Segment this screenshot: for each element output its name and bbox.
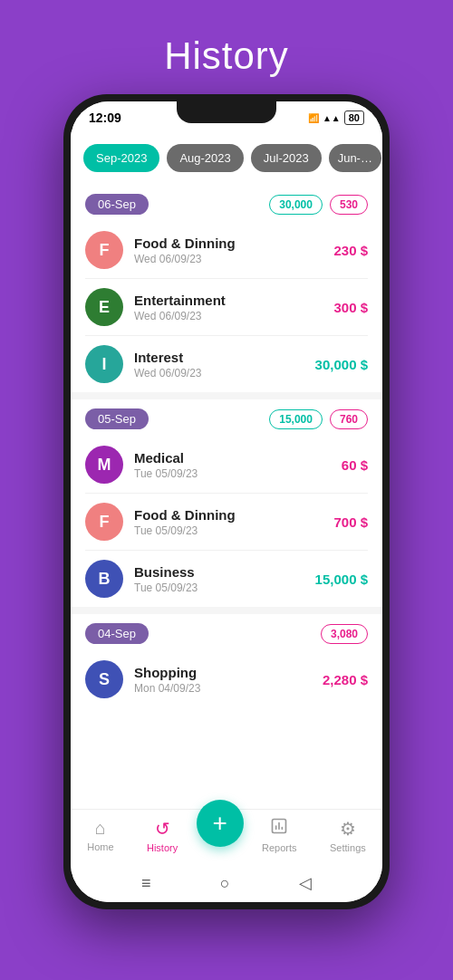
scroll-content: Sep-2023 Aug-2023 Jul-2023 Jun-… 06-Sep … (71, 130, 382, 809)
expense-total-04sep: 3,080 (321, 624, 368, 644)
nav-reports[interactable]: Reports (247, 817, 312, 853)
transaction-amount: 15,000 $ (315, 572, 368, 587)
nav-home[interactable]: ⌂ Home (72, 818, 128, 852)
date-header-04sep: 04-Sep 3,080 (71, 614, 382, 651)
avatar-shopping: S (85, 660, 123, 698)
phone-notch (177, 101, 276, 123)
battery-icon: 80 (344, 110, 364, 125)
avatar-medical: M (85, 446, 123, 484)
avatar-entertainment: E (85, 288, 123, 326)
income-total-06sep: 30,000 (269, 195, 323, 215)
date-header-05sep: 05-Sep 15,000 760 (71, 399, 382, 437)
transaction-name: Entertainment (134, 293, 323, 308)
nav-home-label: Home (87, 841, 113, 852)
status-icons: 📶 ▲▲ 80 (308, 110, 364, 125)
income-total-05sep: 15,000 (269, 409, 323, 429)
settings-icon: ⚙ (340, 818, 356, 840)
transaction-amount: 700 $ (333, 514, 368, 530)
history-icon: ↺ (155, 818, 170, 840)
transaction-info-interest: Interest Wed 06/09/23 (134, 350, 304, 380)
expense-total-05sep: 760 (330, 409, 368, 429)
month-tab-jul2023[interactable]: Jul-2023 (251, 144, 322, 172)
section-gap (71, 607, 382, 614)
transaction-name: Food & Dinning (134, 235, 323, 251)
transaction-interest-06sep[interactable]: I Interest Wed 06/09/23 30,000 $ (71, 336, 382, 392)
date-totals-04sep: 3,080 (321, 624, 368, 644)
nav-history-label: History (147, 842, 178, 853)
status-time: 12:09 (89, 110, 121, 125)
transaction-amount: 300 $ (333, 300, 368, 315)
bottom-nav: ⌂ Home ↺ History + Reports (71, 809, 382, 864)
transaction-amount: 2,280 $ (323, 672, 368, 687)
avatar-food-06sep: F (85, 231, 123, 269)
transaction-info-medical: Medical Tue 05/09/23 (134, 450, 331, 480)
month-tabs: Sep-2023 Aug-2023 Jul-2023 Jun-… (71, 130, 382, 185)
signal-icon: ▲▲ (323, 113, 341, 123)
transaction-info-shopping: Shopping Mon 04/09/23 (134, 665, 312, 695)
transaction-date: Mon 04/09/23 (134, 682, 312, 695)
avatar-interest: I (85, 345, 123, 383)
android-menu-icon[interactable]: ≡ (141, 874, 151, 893)
transaction-name: Interest (134, 350, 304, 365)
transaction-medical-05sep[interactable]: M Medical Tue 05/09/23 60 $ (71, 437, 382, 493)
nav-settings[interactable]: ⚙ Settings (315, 818, 381, 853)
reports-icon (269, 817, 289, 840)
transaction-name: Business (134, 564, 304, 580)
transaction-amount: 60 $ (342, 457, 368, 473)
transaction-date: Tue 05/09/23 (134, 581, 304, 594)
transaction-info-food-06sep: Food & Dinning Wed 06/09/23 (134, 235, 323, 265)
transaction-info-food-05sep: Food & Dinning Tue 05/09/23 (134, 507, 323, 537)
date-totals-06sep: 30,000 530 (269, 195, 368, 215)
transaction-name: Food & Dinning (134, 507, 323, 523)
transaction-name: Medical (134, 450, 331, 466)
date-label-04sep: 04-Sep (85, 623, 149, 644)
transaction-info-business: Business Tue 05/09/23 (134, 564, 304, 594)
month-tab-sep2023[interactable]: Sep-2023 (83, 144, 159, 172)
section-gap (71, 392, 382, 399)
add-button[interactable]: + (197, 800, 244, 847)
date-totals-05sep: 15,000 760 (269, 409, 368, 429)
transaction-date: Wed 06/09/23 (134, 253, 323, 265)
home-icon: ⌂ (95, 818, 106, 839)
android-home-icon[interactable]: ○ (220, 874, 230, 893)
month-tab-aug2023[interactable]: Aug-2023 (167, 144, 243, 172)
transaction-business-05sep[interactable]: B Business Tue 05/09/23 15,000 $ (71, 551, 382, 607)
transaction-date: Tue 05/09/23 (134, 524, 323, 537)
transaction-amount: 30,000 $ (315, 357, 368, 372)
wifi-icon: 📶 (308, 113, 319, 123)
transaction-date: Wed 06/09/23 (134, 367, 304, 380)
nav-settings-label: Settings (330, 842, 366, 853)
android-back-icon[interactable]: ◁ (299, 873, 312, 893)
transaction-date: Wed 06/09/23 (134, 310, 323, 322)
transaction-entertainment-06sep[interactable]: E Entertainment Wed 06/09/23 300 $ (71, 279, 382, 335)
transaction-name: Shopping (134, 665, 312, 680)
nav-history[interactable]: ↺ History (132, 818, 192, 853)
phone-frame: 12:09 📶 ▲▲ 80 Sep-2023 Aug-2023 Jul-2023… (63, 94, 390, 909)
page-title: History (164, 34, 289, 78)
nav-reports-label: Reports (262, 842, 297, 853)
transaction-shopping-04sep[interactable]: S Shopping Mon 04/09/23 2,280 $ (71, 651, 382, 707)
transaction-food-06sep[interactable]: F Food & Dinning Wed 06/09/23 230 $ (71, 222, 382, 278)
transaction-food-05sep[interactable]: F Food & Dinning Tue 05/09/23 700 $ (71, 494, 382, 550)
avatar-food-05sep: F (85, 503, 123, 541)
transaction-amount: 230 $ (333, 243, 368, 258)
transaction-date: Tue 05/09/23 (134, 467, 331, 480)
transaction-info-entertainment: Entertainment Wed 06/09/23 (134, 293, 323, 322)
date-label-06sep: 06-Sep (85, 194, 149, 215)
date-label-05sep: 05-Sep (85, 408, 149, 429)
phone-screen: 12:09 📶 ▲▲ 80 Sep-2023 Aug-2023 Jul-2023… (71, 101, 382, 902)
android-nav-bar: ≡ ○ ◁ (71, 864, 382, 902)
avatar-business: B (85, 560, 123, 598)
expense-total-06sep: 530 (330, 195, 368, 215)
month-tab-jun2023[interactable]: Jun-… (329, 144, 381, 172)
date-header-06sep: 06-Sep 30,000 530 (71, 185, 382, 222)
